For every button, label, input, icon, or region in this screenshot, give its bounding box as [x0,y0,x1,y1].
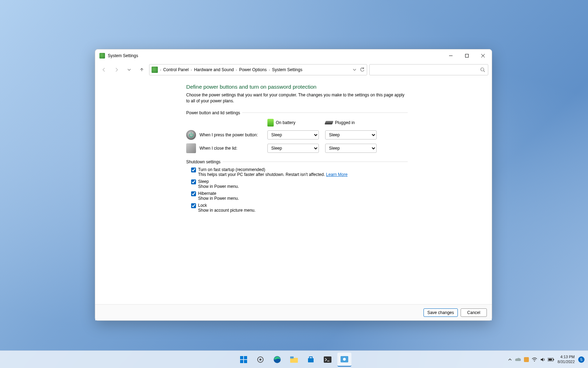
search-input[interactable] [369,64,488,75]
svg-rect-25 [548,359,552,361]
close-button[interactable] [475,50,491,61]
volume-icon[interactable] [540,357,545,362]
svg-line-5 [484,71,485,72]
titlebar[interactable]: System Settings [95,49,492,62]
clock-date: 8/31/2022 [558,360,575,364]
checkbox-label: Turn on fast startup (recommended) [198,167,348,172]
onedrive-icon[interactable] [515,357,521,362]
taskbar-control-panel-icon[interactable] [337,353,351,367]
svg-point-22 [534,360,535,361]
power-button-battery-select[interactable]: Sleep [267,130,319,139]
fast-startup-checkbox[interactable] [191,168,196,172]
svg-point-11 [259,359,261,361]
power-button-icon [186,130,196,140]
row-power-button: When I press the power button: Sleep Sle… [186,130,408,140]
svg-rect-1 [465,54,469,57]
group-shutdown-settings: Shutdown settings [186,159,408,164]
maximize-button[interactable] [459,50,475,61]
checkbox-desc: This helps start your PC faster after sh… [198,172,348,177]
control-panel-icon [152,67,158,73]
app-icon [99,53,105,59]
taskbar-settings-icon[interactable] [253,353,267,367]
svg-rect-24 [553,359,554,360]
recent-locations-button[interactable] [124,64,134,75]
hibernate-checkbox[interactable] [191,191,196,196]
lid-battery-select[interactable]: Sleep [267,144,319,153]
wifi-icon[interactable] [532,357,537,362]
svg-rect-14 [290,356,294,359]
forward-button[interactable] [111,64,122,75]
taskbar-store-icon[interactable] [304,353,318,367]
tray-app-icon[interactable] [524,357,529,362]
checkbox-label: Sleep [198,179,239,184]
plug-icon [324,121,334,124]
taskbar-edge-icon[interactable] [270,353,284,367]
back-button[interactable] [99,64,109,75]
save-changes-button[interactable]: Save changes [424,308,458,317]
refresh-icon[interactable] [360,67,365,72]
lock-checkbox[interactable] [191,203,196,208]
svg-rect-13 [290,358,298,363]
breadcrumb-item[interactable]: Power Options [238,67,268,72]
start-button[interactable] [237,353,251,367]
system-settings-window: System Settings › Cont [95,49,492,321]
svg-point-20 [343,358,346,361]
taskbar-explorer-icon[interactable] [287,353,301,367]
breadcrumb-item[interactable]: System Settings [271,67,304,72]
svg-rect-16 [309,357,312,359]
chevron-right-icon: › [269,68,270,72]
checkbox-desc: Show in Power menu. [198,196,239,201]
svg-rect-6 [240,356,243,359]
cancel-button[interactable]: Cancel [461,308,487,317]
svg-rect-21 [524,357,529,362]
svg-rect-9 [244,360,247,363]
taskbar-clock[interactable]: 4:13 PM 8/31/2022 [558,355,575,364]
dialog-footer: Save changes Cancel [95,304,492,320]
svg-point-4 [481,68,484,71]
window-title: System Settings [108,53,138,58]
checkbox-sleep: Sleep Show in Power menu. [186,179,408,189]
checkbox-label: Lock [198,203,255,208]
checkbox-desc: Show in account picture menu. [198,208,255,213]
address-bar[interactable]: › Control Panel › Hardware and Sound › P… [149,64,367,75]
navbar: › Control Panel › Hardware and Sound › P… [95,62,492,77]
svg-rect-7 [244,356,247,359]
tray-overflow-icon[interactable] [508,357,512,362]
clock-time: 4:13 PM [558,355,575,359]
chevron-right-icon: › [191,68,192,72]
learn-more-link[interactable]: Learn More [326,172,348,177]
group-power-button-lid: Power button and lid settings [186,110,408,115]
lid-plugged-select[interactable]: Sleep [325,144,377,153]
content-area: Define power buttons and turn on passwor… [95,77,492,304]
col-plugged-label: Plugged in [335,120,355,125]
system-tray: 4:13 PM 8/31/2022 5 [508,355,584,364]
checkbox-hibernate: Hibernate Show in Power menu. [186,191,408,201]
up-button[interactable] [136,64,147,75]
row-label: When I close the lid: [200,146,267,151]
search-icon [480,67,485,72]
power-button-plugged-select[interactable]: Sleep [325,130,377,139]
taskbar[interactable]: 4:13 PM 8/31/2022 5 [0,350,588,368]
row-close-lid: When I close the lid: Sleep Sleep [186,143,408,153]
row-label: When I press the power button: [200,132,267,137]
taskbar-terminal-icon[interactable] [321,353,335,367]
chevron-down-icon[interactable] [353,68,356,71]
chevron-right-icon: › [160,68,161,72]
lid-icon [186,143,196,153]
svg-rect-17 [324,356,331,363]
checkbox-label: Hibernate [198,191,239,196]
column-headers: On battery Plugged in [186,119,408,127]
battery-tray-icon[interactable] [548,358,554,361]
minimize-button[interactable] [443,50,459,61]
breadcrumb-item[interactable]: Hardware and Sound [192,67,235,72]
sleep-checkbox[interactable] [191,179,196,184]
page-description: Choose the power settings that you want … [186,92,408,104]
svg-rect-8 [240,360,243,363]
checkbox-desc: Show in Power menu. [198,184,239,189]
breadcrumb-item[interactable]: Control Panel [162,67,190,72]
col-battery-label: On battery [276,120,295,125]
battery-icon [267,119,274,127]
checkbox-lock: Lock Show in account picture menu. [186,203,408,213]
notification-badge[interactable]: 5 [578,356,584,363]
chevron-right-icon: › [236,68,237,72]
